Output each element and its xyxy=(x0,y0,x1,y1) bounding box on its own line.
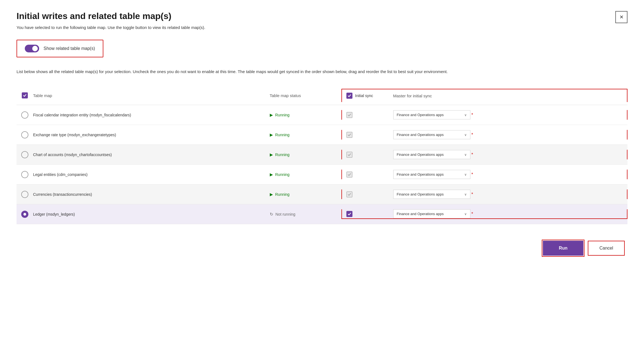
row-status-row6: ↻ Not running xyxy=(270,212,341,217)
dropdown-value: Finance and Operations apps xyxy=(397,152,444,157)
row-name-row6: Ledger (msdyn_ledgers) xyxy=(33,212,270,216)
header-status: Table map status xyxy=(270,93,341,98)
chevron-down-icon: ∨ xyxy=(464,212,467,216)
initial-sync-checkbox-row1[interactable] xyxy=(346,112,352,118)
required-indicator-row1: * xyxy=(471,113,473,117)
table-rows: Fiscal calendar integration entity (msdy… xyxy=(17,105,627,224)
row-radio-row6[interactable] xyxy=(21,211,28,218)
table-row: Ledger (msdyn_ledgers) ↻ Not running Fin… xyxy=(17,204,627,224)
header-right-section: Initial sync Master for initial sync xyxy=(341,89,628,102)
row-radio-row2[interactable] xyxy=(21,131,28,138)
dropdown-value: Finance and Operations apps xyxy=(397,212,444,216)
row-name-row5: Currencies (transactioncurrencies) xyxy=(33,192,270,197)
master-dropdown-row5[interactable]: Finance and Operations apps∨ xyxy=(393,190,470,199)
required-indicator-row4: * xyxy=(471,172,473,177)
right-cells-row6: Finance and Operations apps∨* xyxy=(341,209,628,219)
close-button[interactable]: ✕ xyxy=(615,11,627,23)
header-initial-sync-label: Initial sync xyxy=(355,93,373,98)
initial-sync-checkbox-row3[interactable] xyxy=(346,152,352,158)
master-dropdown-row2[interactable]: Finance and Operations apps∨ xyxy=(393,130,470,139)
status-text: Running xyxy=(275,192,290,197)
row-name-row2: Exchange rate type (msdyn_exchangeratety… xyxy=(33,133,270,137)
initial-sync-checkbox-row5[interactable] xyxy=(346,191,352,197)
row-name-row4: Legal entities (cdm_companies) xyxy=(33,172,270,177)
right-cells-row5: Finance and Operations apps∨* xyxy=(341,189,628,199)
status-text: Running xyxy=(275,152,290,157)
play-icon: ▶ xyxy=(270,152,273,157)
table-row: Legal entities (cdm_companies) ▶ Running… xyxy=(17,165,627,184)
row-status-row3: ▶ Running xyxy=(270,152,341,157)
play-icon: ▶ xyxy=(270,113,273,117)
master-dropdown-row1[interactable]: Finance and Operations apps∨ xyxy=(393,110,470,119)
master-select-wrapper-row4: Finance and Operations apps∨* xyxy=(393,170,623,179)
master-dropdown-row4[interactable]: Finance and Operations apps∨ xyxy=(393,170,470,179)
master-dropdown-row3[interactable]: Finance and Operations apps∨ xyxy=(393,150,470,159)
dialog-container: ✕ Initial writes and related table map(s… xyxy=(17,11,627,256)
chevron-down-icon: ∨ xyxy=(464,113,467,117)
play-icon: ▶ xyxy=(270,192,273,197)
row-name-row3: Chart of accounts (msdyn_chartofaccounts… xyxy=(33,152,270,157)
row-status-row1: ▶ Running xyxy=(270,113,341,117)
master-select-wrapper-row2: Finance and Operations apps∨* xyxy=(393,130,623,139)
master-dropdown-row6[interactable]: Finance and Operations apps∨ xyxy=(393,209,470,218)
required-indicator-row5: * xyxy=(471,192,473,197)
right-cells-row3: Finance and Operations apps∨* xyxy=(341,150,628,159)
toggle-label: Show related table map(s) xyxy=(44,46,95,51)
row-status-row4: ▶ Running xyxy=(270,172,341,177)
header-checkbox-col[interactable] xyxy=(17,92,33,98)
status-text: Not running xyxy=(276,212,295,216)
row-radio-row3[interactable] xyxy=(21,151,28,158)
status-text: Running xyxy=(275,113,290,117)
play-icon: ▶ xyxy=(270,172,273,177)
chevron-down-icon: ∨ xyxy=(464,173,467,176)
table-row: Fiscal calendar integration entity (msdy… xyxy=(17,105,627,125)
chevron-down-icon: ∨ xyxy=(464,153,467,157)
table-header: Table map Table map status Initial sync … xyxy=(17,86,627,105)
chevron-down-icon: ∨ xyxy=(464,133,467,137)
required-indicator-row3: * xyxy=(471,152,473,157)
dialog-title: Initial writes and related table map(s) xyxy=(17,11,627,21)
chevron-down-icon: ∨ xyxy=(464,192,467,196)
toggle-container[interactable]: Show related table map(s) xyxy=(17,40,103,57)
initial-sync-checkbox-row6[interactable] xyxy=(346,211,352,217)
cancel-button[interactable]: Cancel xyxy=(588,241,625,256)
master-select-wrapper-row1: Finance and Operations apps∨* xyxy=(393,110,623,119)
status-text: Running xyxy=(275,172,290,177)
sync-icon: ↻ xyxy=(270,212,273,217)
required-indicator-row6: * xyxy=(471,212,473,216)
table-row: Chart of accounts (msdyn_chartofaccounts… xyxy=(17,145,627,165)
dropdown-value: Finance and Operations apps xyxy=(397,113,444,117)
initial-sync-checkbox-row2[interactable] xyxy=(346,132,352,138)
master-select-wrapper-row5: Finance and Operations apps∨* xyxy=(393,190,623,199)
toggle-switch[interactable] xyxy=(25,45,39,52)
header-initial-sync-cell: Initial sync xyxy=(346,93,390,99)
dropdown-value: Finance and Operations apps xyxy=(397,133,444,137)
table-row: Exchange rate type (msdyn_exchangeratety… xyxy=(17,125,627,145)
row-radio-row1[interactable] xyxy=(21,111,28,119)
select-all-checkbox[interactable] xyxy=(22,92,28,98)
row-radio-row5[interactable] xyxy=(21,191,28,198)
run-button[interactable]: Run xyxy=(543,241,583,256)
row-radio-row4[interactable] xyxy=(21,171,28,178)
row-status-row2: ▶ Running xyxy=(270,132,341,137)
initial-sync-checkbox-row4[interactable] xyxy=(346,172,352,178)
master-select-wrapper-row3: Finance and Operations apps∨* xyxy=(393,150,623,159)
row-status-row5: ▶ Running xyxy=(270,192,341,197)
right-cells-row1: Finance and Operations apps∨* xyxy=(341,110,628,120)
description-text: List below shows all the related table m… xyxy=(17,68,513,75)
header-initial-sync-checkbox[interactable] xyxy=(346,93,352,99)
header-master: Master for initial sync xyxy=(393,93,623,98)
status-text: Running xyxy=(275,133,290,137)
right-cells-row2: Finance and Operations apps∨* xyxy=(341,130,628,140)
dialog-subtitle: You have selected to run the following t… xyxy=(17,25,627,30)
close-icon: ✕ xyxy=(619,14,624,20)
row-name-row1: Fiscal calendar integration entity (msdy… xyxy=(33,113,270,117)
required-indicator-row2: * xyxy=(471,132,473,137)
play-icon: ▶ xyxy=(270,132,273,137)
header-table-map: Table map xyxy=(33,93,270,98)
table-wrapper: Table map Table map status Initial sync … xyxy=(17,86,627,224)
dropdown-value: Finance and Operations apps xyxy=(397,192,444,196)
right-cells-row4: Finance and Operations apps∨* xyxy=(341,170,628,179)
master-select-wrapper-row6: Finance and Operations apps∨* xyxy=(393,209,623,218)
toggle-thumb xyxy=(32,46,38,51)
